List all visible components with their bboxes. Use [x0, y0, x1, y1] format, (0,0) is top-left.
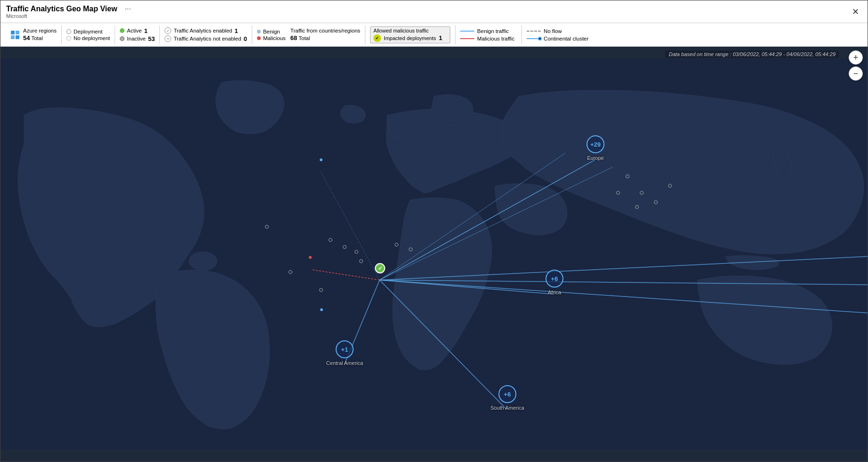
active-label: Active	[127, 28, 141, 33]
svg-rect-1	[16, 31, 19, 34]
traffic-countries-section: Benign Malicious Traffic from countries/…	[252, 25, 365, 44]
traffic-totals-col: Traffic from countries/regions 68 Total	[290, 28, 360, 41]
world-map-svg	[0, 47, 868, 462]
traffic-total-row: Malicious	[257, 35, 286, 41]
europe-dot-6	[616, 191, 620, 195]
active-row: Active 1	[120, 27, 155, 34]
malicious-label: Malicious	[263, 35, 286, 41]
inactive-dot	[120, 36, 124, 41]
cyan-dot-2	[320, 158, 322, 161]
south-america-cluster[interactable]: +6 South America	[490, 385, 524, 411]
active-dot	[120, 28, 124, 33]
title-bar: Traffic Analytics Geo Map View ··· Micro…	[0, 0, 868, 23]
central-america-cluster[interactable]: +1 Central America	[326, 340, 363, 366]
active-count: 1	[144, 27, 148, 34]
africa-cluster[interactable]: +6 Africa	[546, 270, 563, 295]
allowed-malicious-label: Allowed malicious traffic	[373, 28, 429, 33]
time-range: Data based on time range : 03/06/2022, 0…	[665, 50, 840, 58]
title-left: Traffic Analytics Geo Map View ··· Micro…	[6, 5, 131, 19]
inactive-label: Inactive	[127, 36, 146, 41]
deployment-section: Deployment No deployment	[62, 25, 115, 44]
no-deployment-dot	[66, 36, 71, 41]
zoom-in-button[interactable]: +	[849, 50, 863, 65]
inactive-dot-7	[359, 259, 363, 263]
line-legend-section: Benign traffic Malicious traffic	[455, 25, 522, 44]
svg-rect-3	[16, 35, 19, 39]
allowed-malicious-row: Allowed malicious traffic	[373, 28, 447, 33]
europe-dot-2	[640, 191, 644, 195]
svg-rect-0	[11, 31, 15, 34]
active-deployment-node[interactable]: ✓	[375, 263, 385, 273]
central-america-label: Central America	[326, 360, 363, 366]
map-area[interactable]: +29 Europe +6 Africa +1 Central America …	[0, 47, 868, 462]
ta-enabled-icon: ✓	[165, 27, 171, 34]
ta-not-enabled-icon: ✕	[165, 35, 171, 42]
legend-box: Allowed malicious traffic ✓ Impacted dep…	[370, 26, 450, 43]
south-america-circle: +6	[498, 385, 516, 403]
window-title: Traffic Analytics Geo Map View	[6, 5, 117, 13]
traffic-countries-label: Traffic from countries/regions	[290, 28, 360, 33]
grid-icon	[10, 30, 20, 40]
south-america-label: South America	[490, 405, 524, 411]
inactive-dot-5	[343, 245, 347, 249]
azure-total: 54	[23, 34, 30, 41]
no-deployment-row: No deployment	[66, 35, 110, 41]
inactive-dot-3	[319, 288, 323, 292]
close-button[interactable]: ✕	[849, 6, 862, 18]
inactive-dot-6	[355, 250, 358, 254]
no-flow-label: No flow	[544, 28, 562, 34]
impacted-count: 1	[439, 34, 442, 41]
active-deployment-circle: ✓	[375, 263, 385, 273]
inactive-count: 53	[148, 35, 155, 42]
benign-traffic-line	[460, 31, 474, 32]
benign-dot	[257, 30, 261, 33]
no-flow-row: No flow	[527, 28, 588, 34]
continental-row: Continental cluster	[527, 36, 588, 41]
impacted-label: Impacted deployments	[384, 35, 436, 41]
active-col: Active 1 Inactive 53	[120, 27, 155, 42]
malicious-dot	[257, 36, 261, 40]
ta-enabled-count: 1	[234, 27, 238, 34]
azure-regions-section: Azure regions 54 Total	[5, 25, 62, 44]
no-flow-line	[527, 31, 541, 32]
allowed-malicious-section: Allowed malicious traffic ✓ Impacted dep…	[365, 25, 455, 44]
cyan-dot-1	[320, 308, 323, 311]
inactive-dot-2	[289, 270, 292, 274]
europe-cluster-circle: +29	[587, 135, 604, 153]
azure-regions-label: Azure regions	[23, 28, 57, 33]
ta-col: ✓ Traffic Analytics enabled 1 ✕ Traffic …	[165, 27, 247, 42]
inactive-row: Inactive 53	[120, 35, 155, 42]
deployment-row: Deployment	[66, 29, 110, 34]
malicious-traffic-line	[460, 38, 474, 39]
ta-not-enabled-count: 0	[244, 35, 247, 42]
benign-traffic-row: Benign traffic	[460, 28, 517, 34]
inactive-dot-9	[409, 248, 413, 251]
europe-dot-4	[668, 184, 672, 188]
impacted-badge: ✓	[373, 34, 381, 42]
deployment-label: Deployment	[74, 29, 102, 34]
azure-regions-info: Azure regions 54 Total	[23, 28, 57, 41]
inactive-dot-4	[329, 238, 332, 242]
impacted-row: ✓ Impacted deployments 1	[373, 34, 447, 42]
ta-not-enabled-label: Traffic Analytics not enabled	[174, 36, 241, 41]
no-deployment-label: No deployment	[74, 35, 110, 41]
traffic-col: Benign Malicious	[257, 29, 286, 41]
africa-cluster-label: Africa	[548, 289, 561, 295]
ellipsis-icon[interactable]: ···	[125, 5, 131, 13]
traffic-header-row: Benign	[257, 29, 286, 34]
zoom-out-button[interactable]: −	[849, 66, 863, 81]
active-inactive-section: Active 1 Inactive 53	[115, 25, 160, 44]
svg-point-7	[389, 116, 403, 137]
toolbar: Azure regions 54 Total Deployment No dep…	[0, 23, 868, 47]
traffic-analytics-section: ✓ Traffic Analytics enabled 1 ✕ Traffic …	[160, 25, 252, 44]
malicious-traffic-label: Malicious traffic	[477, 36, 514, 41]
deployment-col: Deployment No deployment	[66, 29, 110, 41]
continental-cluster-label: Continental cluster	[544, 36, 588, 41]
flow-legend: No flow Continental cluster	[527, 28, 588, 41]
europe-dot-1	[626, 174, 629, 178]
europe-cluster[interactable]: +29 Europe	[587, 135, 604, 161]
benign-traffic-label: Benign traffic	[477, 28, 509, 34]
window-subtitle: Microsoft	[6, 13, 131, 19]
flow-legend-section: No flow Continental cluster	[522, 25, 593, 44]
total-label: Total	[31, 35, 42, 41]
